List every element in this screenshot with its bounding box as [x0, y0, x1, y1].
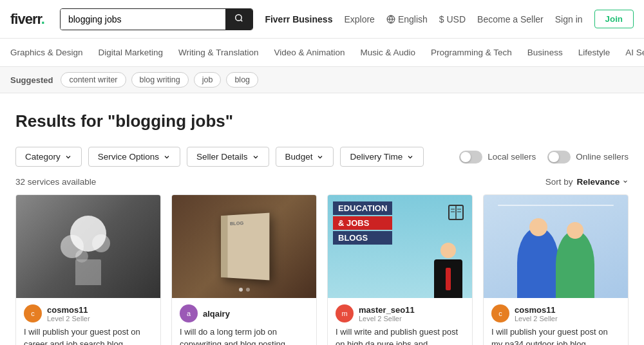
logo-text: fiverr [10, 11, 41, 27]
fiverr-logo[interactable]: fiverr. [10, 11, 44, 28]
card-seller: c cosmos11 Level 2 Seller [491, 304, 620, 322]
nav-lifestyle[interactable]: Lifestyle [578, 40, 611, 65]
card-body: c cosmos11 Level 2 Seller I will publish… [16, 298, 160, 345]
suggested-bar: Suggested content writer blog writing jo… [0, 67, 644, 93]
toggles-group: Local sellers Online sellers [459, 151, 629, 163]
seller-level: Level 2 Seller [515, 315, 558, 322]
service-options-label: Service Options [98, 152, 159, 162]
card-title: I will do a long term job on copywriting… [180, 326, 308, 345]
suggested-label: Suggested [10, 75, 53, 85]
become-seller-link[interactable]: Become a Seller [477, 14, 544, 24]
sort-by-label: Sort by [545, 177, 573, 187]
nav-digital-marketing[interactable]: Digital Marketing [99, 40, 164, 65]
seller-name: cosmos11 [515, 305, 558, 315]
nav-ai-services[interactable]: AI Services NEW [625, 40, 644, 65]
online-sellers-label: Online sellers [576, 152, 629, 162]
nav-writing-translation[interactable]: Writing & Translation [178, 40, 258, 65]
language-label: English [398, 14, 428, 24]
figure-graphic [434, 243, 462, 298]
toggle-knob [460, 152, 471, 162]
service-card[interactable]: EDUCATION & JOBS BLOGS m master_seo11 Le… [327, 194, 473, 345]
sort-by-value[interactable]: Relevance [576, 177, 629, 187]
search-input[interactable] [61, 9, 225, 30]
svg-point-6 [92, 234, 110, 252]
budget-filter[interactable]: Budget [276, 147, 334, 167]
logo-dot: . [41, 11, 44, 27]
suggested-tag-blog-writing[interactable]: blog writing [131, 72, 189, 88]
seller-name: alqairy [203, 309, 230, 319]
nav-video-animation[interactable]: Video & Animation [274, 40, 345, 65]
sort-by-control: Sort by Relevance [545, 177, 629, 187]
card-body: c cosmos11 Level 2 Seller I will publish… [484, 298, 628, 345]
seller-info: master_seo11 Level 2 Seller [359, 305, 415, 322]
card-title: I will write and publish guest post on h… [336, 326, 464, 345]
fiverr-business-link[interactable]: Fiverr Business [265, 14, 332, 24]
seller-level: Level 2 Seller [47, 315, 90, 322]
nav-business[interactable]: Business [527, 40, 563, 65]
card-image-graphic [50, 208, 127, 285]
card-seller: m master_seo11 Level 2 Seller [336, 304, 464, 322]
cards-grid: c cosmos11 Level 2 Seller I will publish… [0, 194, 644, 345]
search-bar [60, 8, 253, 30]
delivery-time-filter[interactable]: Delivery Time [340, 147, 424, 167]
results-header: Results for "blogging jobs" [0, 93, 644, 142]
card-body: a alqairy I will do a long term job on c… [172, 298, 316, 345]
card-body: m master_seo11 Level 2 Seller I will wri… [328, 298, 472, 345]
sort-value-text: Relevance [576, 177, 620, 187]
chevron-down-icon [64, 153, 72, 161]
nav-programming-tech[interactable]: Programming & Tech [431, 40, 512, 65]
service-card[interactable]: c cosmos11 Level 2 Seller I will publish… [483, 194, 629, 345]
card-title: I will publish your guest post on my pa3… [491, 326, 620, 345]
nav-graphics-design[interactable]: Graphics & Design [10, 40, 83, 65]
suggested-tag-job[interactable]: job [194, 72, 222, 88]
currency-selector[interactable]: $ USD [439, 14, 466, 24]
card-image: BLOG [172, 195, 316, 298]
card-seller: c cosmos11 Level 2 Seller [24, 304, 153, 322]
chevron-down-icon [406, 153, 414, 161]
results-title: Results for "blogging jobs" [15, 111, 629, 131]
language-selector[interactable]: English [386, 14, 428, 24]
filters-bar: Category Service Options Seller Details … [0, 142, 644, 177]
chevron-down-icon [316, 153, 324, 161]
card-title: I will publish your guest post on career… [24, 326, 153, 345]
people-graphic [484, 234, 628, 298]
seller-name: master_seo11 [359, 305, 415, 315]
nav-music-audio[interactable]: Music & Audio [361, 40, 416, 65]
avatar: a [180, 304, 198, 322]
suggested-tag-content-writer[interactable]: content writer [61, 72, 126, 88]
avatar: m [336, 304, 354, 322]
category-filter-label: Category [25, 152, 61, 162]
service-card[interactable]: c cosmos11 Level 2 Seller I will publish… [15, 194, 161, 345]
seller-level: Level 2 Seller [359, 315, 415, 322]
search-button[interactable] [225, 9, 252, 30]
explore-link[interactable]: Explore [344, 14, 374, 24]
toggle-knob [549, 152, 559, 162]
budget-label: Budget [285, 152, 313, 162]
search-icon [234, 14, 243, 23]
sign-in-link[interactable]: Sign in [555, 14, 583, 24]
avatar: c [491, 304, 509, 322]
svg-point-0 [236, 14, 242, 20]
online-sellers-toggle[interactable] [547, 151, 571, 163]
online-sellers-toggle-item: Online sellers [547, 151, 629, 163]
service-options-filter[interactable]: Service Options [88, 147, 180, 167]
suggested-tag-blog[interactable]: blog [226, 72, 258, 88]
seller-details-filter[interactable]: Seller Details [187, 147, 269, 167]
nav-ai-services-label: AI Services [625, 48, 644, 57]
chevron-down-icon [252, 153, 260, 161]
local-sellers-toggle-item: Local sellers [459, 151, 536, 163]
globe-icon [386, 15, 395, 24]
card-dots [172, 288, 316, 292]
join-button[interactable]: Join [594, 10, 634, 28]
seller-name: cosmos11 [47, 305, 90, 315]
count-sort-bar: 32 services available Sort by Relevance [0, 177, 644, 194]
book-graphic: BLOG [221, 213, 269, 281]
service-card[interactable]: BLOG a alqairy I will do a long term job… [171, 194, 317, 345]
sort-chevron-icon [622, 178, 629, 185]
seller-info: cosmos11 Level 2 Seller [515, 305, 558, 322]
seller-info: cosmos11 Level 2 Seller [47, 305, 90, 322]
local-sellers-label: Local sellers [488, 152, 536, 162]
category-filter[interactable]: Category [15, 147, 82, 167]
delivery-time-label: Delivery Time [350, 152, 402, 162]
local-sellers-toggle[interactable] [459, 151, 482, 163]
